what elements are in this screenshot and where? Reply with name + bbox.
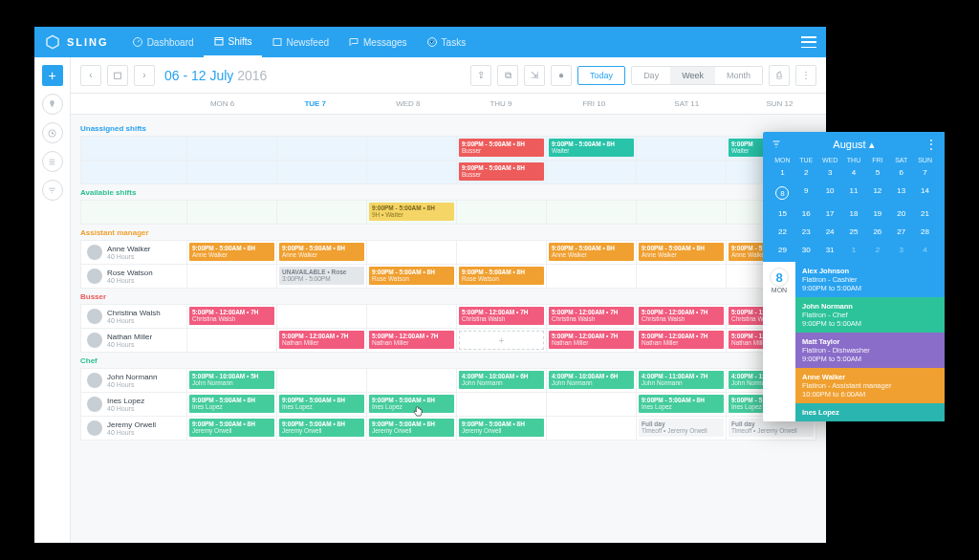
shift-block[interactable]: 9:00PM - 5:00AM • 8HRose Watson xyxy=(369,267,454,285)
shift-block[interactable]: 9:00PM - 5:00AM • 8H9H • Waiter xyxy=(369,203,454,221)
mini-cal-day[interactable]: 16 xyxy=(794,207,818,220)
mini-cal-day[interactable]: 27 xyxy=(889,226,913,238)
mini-cal-day[interactable]: 17 xyxy=(818,207,842,220)
schedule-cell[interactable] xyxy=(366,161,456,183)
sidebar-list-icon[interactable] xyxy=(42,151,63,172)
schedule-cell[interactable] xyxy=(546,201,636,224)
shift-block[interactable]: 9:00PM - 5:00AM • 8HJeremy Orwell xyxy=(189,419,274,437)
schedule-cell[interactable] xyxy=(546,417,636,440)
mini-cal-day[interactable]: 4 xyxy=(842,166,866,179)
schedule-cell[interactable] xyxy=(366,369,456,392)
shift-block[interactable]: 9:00PM - 5:00AM • 8HAnne Walker xyxy=(639,243,724,261)
mini-cal-day[interactable]: 22 xyxy=(771,226,794,238)
schedule-cell[interactable] xyxy=(186,161,276,183)
schedule-cell[interactable]: 5:00PM - 12:00AM • 7HChristina Walsh xyxy=(456,305,546,328)
schedule-cell[interactable]: 9:00PM - 5:00AM • 8H9H • Waiter xyxy=(366,201,456,224)
prev-button[interactable]: ‹ xyxy=(80,65,101,86)
mini-cal-day[interactable]: 26 xyxy=(865,226,889,238)
menu-button[interactable] xyxy=(801,36,816,48)
sidebar-filter-icon[interactable] xyxy=(42,180,63,201)
schedule-cell[interactable]: 9:00PM - 5:00AM • 8HAnne Walker xyxy=(636,241,726,264)
schedule-cell[interactable]: 5:00PM - 12:00AM • 7HNathan Miller xyxy=(366,329,456,352)
shift-block[interactable]: 9:00PM - 5:00AM • 8HJeremy Orwell xyxy=(459,419,544,437)
schedule-cell[interactable] xyxy=(276,305,366,328)
mini-cal-day[interactable]: 5 xyxy=(865,166,889,179)
schedule-cell[interactable]: 9:00PM - 5:00AM • 8HAnne Walker xyxy=(546,241,636,264)
schedule-cell[interactable] xyxy=(276,369,366,392)
record-button[interactable]: ● xyxy=(551,65,572,86)
mini-cal-day[interactable]: 10 xyxy=(818,184,842,202)
view-month[interactable]: Month xyxy=(715,67,762,84)
sidebar-clock-icon[interactable] xyxy=(42,122,63,143)
schedule-cell[interactable] xyxy=(546,393,636,416)
day-header-mon-6[interactable]: MON 6 xyxy=(176,94,269,115)
mini-cal-event[interactable]: Anne WalkerFlatiron - Assistant manager1… xyxy=(795,368,945,403)
mini-cal-day[interactable]: 8 xyxy=(771,184,794,202)
schedule-cell[interactable] xyxy=(636,137,726,160)
schedule-cell[interactable]: 5:00PM - 12:00AM • 7HNathan Miller xyxy=(276,329,366,352)
shift-block[interactable]: 5:00PM - 12:00AM • 7HChristina Walsh xyxy=(189,307,274,325)
mini-cal-day[interactable]: 24 xyxy=(818,226,842,238)
schedule-cell[interactable] xyxy=(546,161,636,183)
mini-cal-event[interactable]: John NormannFlatiron - Chef9:00PM to 5:0… xyxy=(795,297,945,333)
mini-cal-day[interactable]: 7 xyxy=(913,166,937,179)
mini-cal-day[interactable]: 3 xyxy=(818,166,842,179)
shift-block[interactable]: 5:00PM - 12:00AM • 7HNathan Miller xyxy=(279,331,364,349)
shift-block[interactable]: 9:00PM - 5:00AM • 8HInes Lopez xyxy=(639,395,724,413)
schedule-cell[interactable] xyxy=(366,241,456,264)
mini-calendar-more[interactable]: ⋮ xyxy=(925,138,937,151)
schedule-cell[interactable]: + xyxy=(456,329,546,352)
schedule-cell[interactable]: 4:00PM - 10:00AM • 6HJohn Normann xyxy=(546,369,636,392)
add-button[interactable]: + xyxy=(42,65,63,86)
schedule-cell[interactable] xyxy=(636,201,726,224)
schedule-cell[interactable] xyxy=(546,265,636,288)
export-button[interactable]: ⇪ xyxy=(470,65,491,86)
shift-block[interactable]: 9:00PM - 5:00AM • 8HInes Lopez xyxy=(189,395,274,413)
shift-block[interactable]: 5:00PM - 12:00AM • 7HNathan Miller xyxy=(639,331,724,349)
schedule-cell[interactable]: 9:00PM - 5:00AM • 8HJeremy Orwell xyxy=(366,417,456,440)
schedule-cell[interactable]: 9:00PM - 5:00AM • 8HInes Lopez xyxy=(636,393,726,416)
schedule-cell[interactable]: 9:00PM - 5:00AM • 8HWaiter xyxy=(546,137,636,160)
shift-block[interactable]: 4:00PM - 10:00AM • 6HJohn Normann xyxy=(549,371,634,389)
shift-block[interactable]: UNAVAILABLE • Rose3:00PM - 5:00PM xyxy=(279,267,364,285)
schedule-cell[interactable] xyxy=(276,201,366,224)
schedule-cell[interactable] xyxy=(186,137,276,160)
schedule-cell[interactable] xyxy=(456,241,546,264)
mini-cal-day[interactable]: 6 xyxy=(889,166,913,179)
schedule-cell[interactable] xyxy=(456,393,546,416)
schedule-cell[interactable]: 4:00PM - 10:00AM • 6HJohn Normann xyxy=(456,369,546,392)
more-button[interactable]: ⋮ xyxy=(795,65,816,86)
brand-logo[interactable]: SLING xyxy=(44,33,109,51)
schedule-cell[interactable]: 9:00PM - 5:00AM • 8HJeremy Orwell xyxy=(186,417,276,440)
schedule-cell[interactable] xyxy=(636,161,726,183)
today-button[interactable]: Today xyxy=(577,66,625,85)
shift-block[interactable]: 9:00PM - 5:00AM • 8HJeremy Orwell xyxy=(279,419,364,437)
copy-button[interactable]: ⧉ xyxy=(497,65,518,86)
mini-cal-day[interactable]: 29 xyxy=(771,244,794,256)
mini-cal-day[interactable]: 1 xyxy=(842,244,866,256)
shift-block[interactable]: 5:00PM - 12:00AM • 7HNathan Miller xyxy=(549,331,634,349)
mini-cal-day[interactable]: 20 xyxy=(889,207,913,220)
shift-block[interactable]: 9:00PM - 5:00AM • 8HBusser xyxy=(459,139,544,157)
shift-block[interactable]: 9:00PM - 5:00AM • 8HInes Lopez xyxy=(369,395,454,413)
mini-cal-day[interactable]: 2 xyxy=(865,244,889,256)
schedule-cell[interactable] xyxy=(276,137,366,160)
shift-block[interactable]: 9:00PM - 5:00AM • 8HAnne Walker xyxy=(189,243,274,261)
nav-newsfeed[interactable]: Newsfeed xyxy=(262,27,338,57)
shift-block[interactable]: Full dayTimeoff • Jeremy Orwell xyxy=(639,419,724,437)
schedule-cell[interactable]: 9:00PM - 5:00AM • 8HBusser xyxy=(456,137,546,160)
view-week[interactable]: Week xyxy=(670,67,715,84)
day-header-tue-7[interactable]: TUE 7 xyxy=(269,94,361,115)
mini-cal-day[interactable]: 14 xyxy=(913,184,937,202)
day-header-sat-11[interactable]: SAT 11 xyxy=(641,94,733,115)
mini-cal-day[interactable]: 1 xyxy=(771,166,794,179)
mini-cal-day[interactable]: 4 xyxy=(913,244,937,256)
mini-cal-day[interactable]: 3 xyxy=(889,244,913,256)
schedule-cell[interactable]: 9:00PM - 5:00AM • 8HJeremy Orwell xyxy=(276,417,366,440)
add-shift-cell[interactable]: + xyxy=(459,331,544,350)
schedule-cell[interactable]: 9:00PM - 5:00AM • 8HBusser xyxy=(456,161,546,183)
day-header-thu-9[interactable]: THU 9 xyxy=(454,94,547,115)
day-header-wed-8[interactable]: WED 8 xyxy=(361,94,454,115)
schedule-cell[interactable]: 4:00PM - 11:00AM • 7HJohn Normann xyxy=(636,369,726,392)
schedule-cell[interactable]: 5:00PM - 12:00AM • 7HChristina Walsh xyxy=(546,305,636,328)
